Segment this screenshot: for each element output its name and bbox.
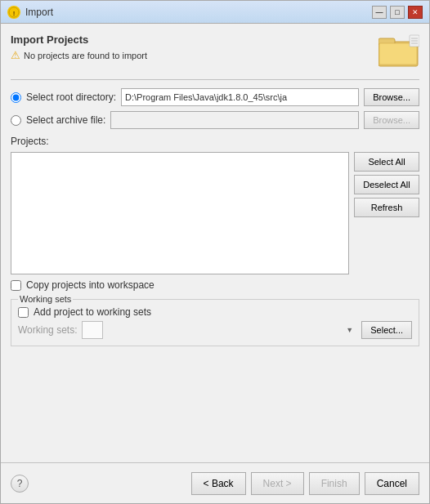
minimize-button[interactable]: — <box>372 6 387 19</box>
title-bar: ! Import — □ ✕ <box>1 1 429 24</box>
root-directory-input[interactable] <box>121 88 359 106</box>
add-working-sets-label[interactable]: Add project to working sets <box>34 306 151 318</box>
app-icon: ! <box>7 6 20 19</box>
archive-file-row: Select archive file: Browse... <box>11 111 419 129</box>
browse-archive-button[interactable]: Browse... <box>364 111 419 129</box>
root-directory-row: Select root directory: Browse... <box>11 88 419 106</box>
warning-icon: ⚠ <box>11 49 20 61</box>
projects-list[interactable] <box>11 152 349 274</box>
select-working-sets-button[interactable]: Select... <box>361 321 412 339</box>
close-button[interactable]: ✕ <box>408 6 423 19</box>
next-button[interactable]: Next > <box>251 472 304 495</box>
form-section: Select root directory: Browse... Select … <box>11 88 419 346</box>
bottom-bar: ? < Back Next > Finish Cancel <box>1 462 429 503</box>
copy-projects-checkbox[interactable] <box>11 280 21 291</box>
deselect-all-button[interactable]: Deselect All <box>354 175 419 194</box>
help-button[interactable]: ? <box>11 475 29 493</box>
root-directory-label[interactable]: Select root directory: <box>26 91 116 103</box>
main-content: Import Projects ⚠ No projects are found … <box>1 24 429 462</box>
header-section: Import Projects ⚠ No projects are found … <box>11 33 419 68</box>
page-title: Import Projects <box>11 33 147 46</box>
add-working-sets-checkbox[interactable] <box>18 307 29 318</box>
projects-label: Projects: <box>11 136 419 147</box>
navigation-buttons: < Back Next > Finish Cancel <box>191 472 419 495</box>
back-button[interactable]: < Back <box>191 472 246 495</box>
browse-root-button[interactable]: Browse... <box>364 88 419 106</box>
folder-icon <box>378 33 419 68</box>
add-working-sets-row: Add project to working sets <box>18 306 412 318</box>
svg-text:!: ! <box>13 9 16 16</box>
refresh-button[interactable]: Refresh <box>354 198 419 217</box>
root-directory-radio[interactable] <box>11 92 21 103</box>
separator <box>11 79 419 80</box>
projects-area-row: Select All Deselect All Refresh <box>11 152 419 274</box>
finish-button[interactable]: Finish <box>309 472 360 495</box>
working-sets-group-title: Working sets <box>18 294 73 304</box>
projects-buttons: Select All Deselect All Refresh <box>354 152 419 274</box>
title-bar-left: ! Import <box>7 6 53 19</box>
bottom-left: ? <box>11 475 29 493</box>
header-left: Import Projects ⚠ No projects are found … <box>11 33 147 61</box>
window-controls: — □ ✕ <box>372 6 423 19</box>
cancel-button[interactable]: Cancel <box>365 472 419 495</box>
archive-file-input[interactable] <box>110 111 359 129</box>
working-sets-select[interactable] <box>82 321 103 339</box>
working-sets-input-row: Working sets: ▼ Select... <box>18 321 412 339</box>
import-window: ! Import — □ ✕ Import Projects ⚠ No proj… <box>0 0 430 504</box>
working-sets-group: Working sets Add project to working sets… <box>11 299 419 346</box>
maximize-button[interactable]: □ <box>390 6 405 19</box>
working-sets-combo-wrapper: ▼ <box>82 321 356 339</box>
warning-message: No projects are found to import <box>24 51 147 60</box>
window-title: Import <box>25 7 53 18</box>
copy-projects-row: Copy projects into workspace <box>11 279 419 291</box>
working-sets-field-label: Working sets: <box>18 324 77 336</box>
combo-arrow-icon: ▼ <box>346 326 353 334</box>
archive-file-radio[interactable] <box>11 115 21 126</box>
copy-projects-label[interactable]: Copy projects into workspace <box>26 279 155 291</box>
archive-file-label[interactable]: Select archive file: <box>26 114 105 126</box>
warning-row: ⚠ No projects are found to import <box>11 49 147 61</box>
select-all-button[interactable]: Select All <box>354 152 419 172</box>
